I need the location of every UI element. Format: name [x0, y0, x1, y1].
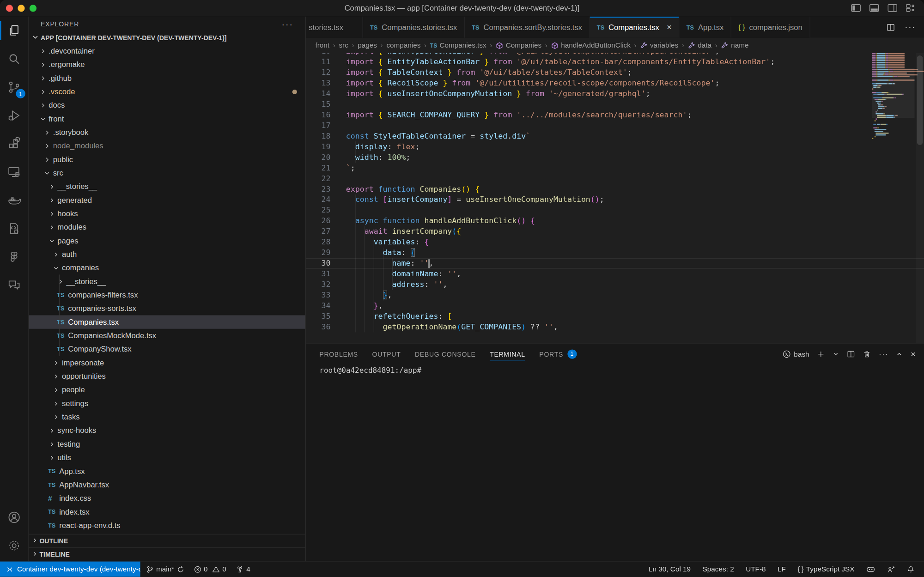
code-line-28[interactable]: 28 variables: { [306, 237, 924, 248]
tree-item-node-modules[interactable]: node_modules [29, 139, 305, 152]
panel-tab-terminal[interactable]: TERMINAL [490, 344, 525, 364]
tree-item--stories-[interactable]: __stories__ [29, 274, 305, 288]
code-line-31[interactable]: 31 domainName: '', [306, 269, 924, 279]
tree-item-CompaniesMockMode.tsx[interactable]: TSCompaniesMockMode.tsx [29, 329, 305, 342]
tree-item-people[interactable]: people [29, 383, 305, 396]
tree-item-generated[interactable]: generated [29, 193, 305, 207]
sidebar-section-outline[interactable]: OUTLINE [29, 534, 305, 547]
tab-Companies.stories.tsx[interactable]: TSCompanies.stories.tsx [363, 17, 465, 38]
split-terminal-icon[interactable] [847, 350, 855, 358]
code-line-13[interactable]: 13import { RecoilScope } from '@/ui/util… [306, 78, 924, 88]
activity-search-icon[interactable] [0, 45, 28, 73]
panel-tab-output[interactable]: OUTPUT [372, 344, 401, 364]
code-line-16[interactable]: 16import { SEARCH_COMPANY_QUERY } from '… [306, 109, 924, 120]
toggle-sidebar-icon[interactable] [851, 4, 861, 12]
tree-item-Companies.tsx[interactable]: TSCompanies.tsx [29, 315, 305, 328]
panel-tab-ports[interactable]: PORTS1 [539, 344, 577, 364]
notifications-status[interactable] [903, 562, 918, 577]
tree-item-companies[interactable]: companies [29, 261, 305, 274]
tab-Companies.tsx[interactable]: TSCompanies.tsx× [590, 17, 680, 38]
explorer-more-actions-icon[interactable]: ··· [282, 19, 294, 28]
tree-item-front[interactable]: front [29, 112, 305, 125]
tree-item-docs[interactable]: docs [29, 98, 305, 112]
customize-layout-icon[interactable] [906, 4, 916, 12]
split-editor-icon[interactable] [886, 23, 895, 31]
tree-item-App.tsx[interactable]: TSApp.tsx [29, 464, 305, 478]
editor-more-actions-icon[interactable]: ··· [905, 22, 916, 32]
close-panel-icon[interactable]: × [911, 349, 916, 359]
code-line-12[interactable]: 12import { TableContext } from '@/ui/tab… [306, 67, 924, 78]
code-line-30[interactable]: 30 name: '', [306, 258, 924, 269]
toggle-secondary-sidebar-icon[interactable] [888, 4, 898, 12]
breadcrumb-companies[interactable]: companies [386, 41, 420, 49]
tree-item-tasks[interactable]: tasks [29, 410, 305, 424]
tree-item-.storybook[interactable]: .storybook [29, 126, 305, 139]
tab-Companies.sortBy.stories.tsx[interactable]: TSCompanies.sortBy.stories.tsx [465, 17, 590, 38]
tree-item-opportunities[interactable]: opportunities [29, 370, 305, 383]
tree-item-AppNavbar.tsx[interactable]: TSAppNavbar.tsx [29, 478, 305, 491]
tree-item-.devcontainer[interactable]: .devcontainer [29, 44, 305, 58]
breadcrumb-name[interactable]: name [721, 41, 749, 49]
code-line-29[interactable]: 29 data: { [306, 248, 924, 258]
tree-item-companies-filters.tsx[interactable]: TScompanies-filters.tsx [29, 288, 305, 302]
activity-source-control-icon[interactable]: 1 [0, 73, 28, 101]
tree-item-auth[interactable]: auth [29, 248, 305, 261]
zoom-window-button[interactable] [30, 5, 36, 12]
tree-item-index.tsx[interactable]: TSindex.tsx [29, 505, 305, 518]
language-mode-status[interactable]: { } TypeScript JSX [794, 562, 858, 577]
breadcrumb-Companies[interactable]: Companies [496, 41, 541, 49]
tree-item-.vscode[interactable]: .vscode [29, 85, 305, 98]
activity-extensions-icon[interactable] [0, 130, 28, 158]
tab-stories.tsx[interactable]: stories.tsx [306, 17, 363, 38]
code-line-14[interactable]: 14import { useInsertOneCompanyMutation }… [306, 88, 924, 99]
tab-companies.json[interactable]: { }companies.json [731, 17, 810, 38]
code-line-26[interactable]: 26 async function handleAddButtonClick()… [306, 216, 924, 226]
git-branch-status[interactable]: main* [143, 562, 188, 577]
tree-item-index.css[interactable]: #index.css [29, 492, 305, 505]
code-editor[interactable]: 10import { WithTopBarContainer } from '@… [306, 53, 924, 343]
tree-item-.github[interactable]: .github [29, 71, 305, 85]
remote-indicator[interactable]: Container dev-twenty-dev (dev-twenty-dev… [0, 562, 140, 577]
tree-item-hooks[interactable]: hooks [29, 207, 305, 220]
breadcrumb-front[interactable]: front [315, 41, 329, 49]
activity-explorer-icon[interactable] [0, 17, 28, 45]
eol-status[interactable]: LF [774, 562, 789, 577]
minimize-window-button[interactable] [18, 5, 24, 12]
code-line-27[interactable]: 27 await insertCompany({ [306, 226, 924, 237]
tree-item-utils[interactable]: utils [29, 451, 305, 464]
shell-selector[interactable]: bash [783, 350, 809, 358]
code-line-32[interactable]: 32 address: '', [306, 279, 924, 290]
copilot-status[interactable] [863, 562, 878, 577]
code-line-22[interactable]: 22 [306, 173, 924, 184]
tree-item-src[interactable]: src [29, 166, 305, 180]
terminal-content[interactable]: root@0a42ecd84891:/app# [306, 364, 924, 561]
encoding-status[interactable]: UTF-8 [742, 562, 770, 577]
minimap[interactable] [872, 53, 915, 343]
toggle-panel-icon[interactable] [869, 4, 879, 12]
code-line-17[interactable]: 17 [306, 120, 924, 131]
tree-item-public[interactable]: public [29, 152, 305, 166]
tree-item-modules[interactable]: modules [29, 220, 305, 234]
breadcrumb-handleAddButtonClick[interactable]: handleAddButtonClick [551, 41, 631, 49]
breadcrumb-src[interactable]: src [339, 41, 348, 49]
activity-comments-icon[interactable] [0, 271, 28, 299]
feedback-status[interactable] [883, 562, 899, 577]
tree-item-testing[interactable]: testing [29, 437, 305, 450]
tree-item-react-app-env.d.ts[interactable]: TSreact-app-env.d.ts [29, 518, 305, 532]
close-tab-icon[interactable]: × [667, 22, 671, 31]
scrollbar-slider[interactable] [917, 55, 923, 145]
code-line-20[interactable]: 20 width: 100%; [306, 152, 924, 163]
activity-dev-containers-icon[interactable] [0, 214, 28, 243]
problems-status[interactable]: 0 0 [190, 562, 230, 577]
tree-item-settings[interactable]: settings [29, 396, 305, 410]
terminal-dropdown-icon[interactable] [833, 351, 839, 357]
code-line-24[interactable]: 24 const [insertCompany] = useInsertOneC… [306, 194, 924, 205]
code-line-25[interactable]: 25 [306, 205, 924, 216]
breadcrumb-pages[interactable]: pages [358, 41, 377, 49]
ports-status[interactable]: 4 [232, 562, 254, 577]
code-line-23[interactable]: 23export function Companies() { [306, 184, 924, 194]
kill-terminal-icon[interactable] [863, 350, 871, 358]
breadcrumb-Companies.tsx[interactable]: TSCompanies.tsx [430, 41, 486, 49]
code-line-36[interactable]: 36 getOperationName(GET_COMPANIES) ?? ''… [306, 322, 924, 332]
tree-item-companies-sorts.tsx[interactable]: TScompanies-sorts.tsx [29, 302, 305, 315]
